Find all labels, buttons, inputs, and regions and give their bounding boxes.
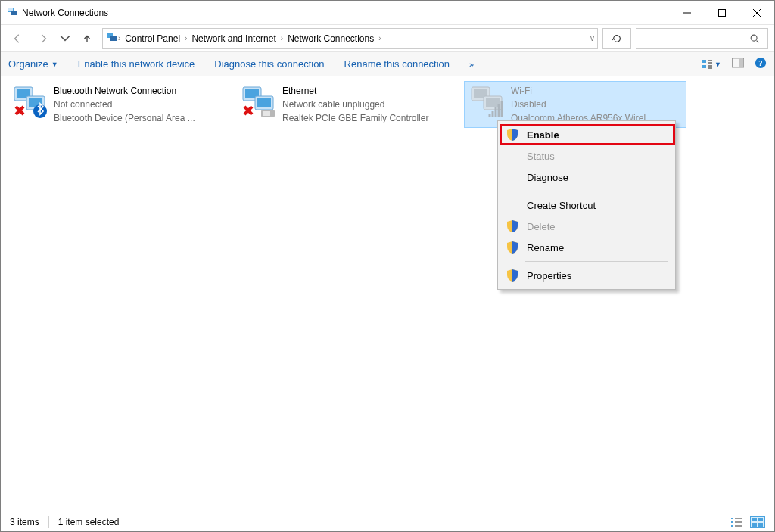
back-button[interactable]	[7, 28, 28, 49]
control-panel-icon	[106, 31, 118, 45]
connection-device: Bluetooth Device (Personal Area ...	[54, 111, 231, 125]
shield-icon	[506, 241, 519, 254]
svg-point-6	[751, 35, 757, 41]
svg-text:?: ?	[758, 59, 762, 67]
shield-icon	[506, 129, 519, 141]
svg-rect-5	[110, 36, 117, 41]
svg-rect-3	[719, 9, 726, 16]
item-count: 3 items	[10, 517, 39, 527]
ctx-rename[interactable]: Rename	[500, 237, 674, 258]
shield-icon	[506, 269, 519, 282]
context-menu: Enable Status Diagnose Create Shortcut D…	[497, 120, 676, 290]
svg-rect-36	[731, 525, 733, 527]
menu-separator	[525, 191, 668, 191]
status-bar: 3 items 1 item selected	[1, 512, 774, 531]
shield-icon	[506, 220, 519, 232]
connection-device: Realtek PCIe GBE Family Controller	[282, 111, 459, 125]
network-connections-icon	[7, 5, 19, 20]
connection-bluetooth[interactable]: Bluetooth Network Connection Not connect…	[7, 81, 235, 128]
network-adapter-icon	[468, 84, 505, 120]
help-button[interactable]: ?	[755, 57, 767, 71]
title-bar: Network Connections	[1, 1, 774, 25]
minimize-button[interactable]	[670, 1, 705, 25]
svg-rect-9	[708, 62, 712, 64]
refresh-button[interactable]	[602, 28, 631, 49]
recent-locations-button[interactable]	[58, 28, 72, 49]
svg-rect-35	[735, 521, 742, 523]
ctx-enable[interactable]: Enable	[500, 124, 674, 145]
window-frame: Network Connections › Control Panel › Ne…	[0, 0, 775, 532]
connection-name: Wi-Fi	[511, 84, 682, 98]
svg-rect-12	[708, 67, 712, 69]
ctx-properties[interactable]: Properties	[500, 265, 674, 286]
svg-rect-2	[8, 8, 13, 11]
ctx-delete: Delete	[500, 216, 674, 237]
chevron-right-icon[interactable]: ›	[378, 34, 381, 42]
connection-status: Not connected	[54, 98, 231, 111]
command-bar: Organize▼ Enable this network device Dia…	[1, 52, 774, 76]
svg-rect-7	[702, 60, 706, 63]
breadcrumb-bar[interactable]: › Control Panel › Network and Internet ›…	[102, 28, 598, 49]
svg-rect-32	[731, 518, 733, 519]
svg-rect-33	[735, 518, 742, 519]
network-adapter-icon	[240, 84, 276, 120]
connection-status: Network cable unplugged	[282, 98, 459, 111]
svg-rect-31	[486, 98, 500, 107]
svg-rect-38	[752, 518, 757, 521]
diagnose-connection-link[interactable]: Diagnose this connection	[214, 58, 324, 70]
breadcrumb-network-connections[interactable]: Network Connections	[283, 33, 378, 44]
content-area[interactable]: Bluetooth Network Connection Not connect…	[1, 76, 774, 513]
window-title: Network Connections	[19, 8, 670, 18]
svg-rect-14	[739, 58, 744, 67]
svg-rect-27	[263, 111, 270, 116]
network-adapter-icon	[11, 84, 48, 120]
close-button[interactable]	[739, 1, 774, 25]
rename-connection-link[interactable]: Rename this connection	[344, 58, 450, 70]
chevron-down-icon[interactable]: v	[590, 34, 594, 42]
ctx-create-shortcut[interactable]: Create Shortcut	[500, 194, 674, 216]
connection-status: Disabled	[511, 98, 682, 111]
address-bar-row: › Control Panel › Network and Internet ›…	[1, 25, 774, 52]
maximize-button[interactable]	[705, 1, 739, 25]
forward-button[interactable]	[33, 28, 54, 49]
up-button[interactable]	[76, 28, 98, 49]
svg-rect-37	[735, 525, 742, 527]
breadcrumb-control-panel[interactable]: Control Panel	[120, 33, 185, 44]
view-options-button[interactable]: ▼	[701, 58, 721, 70]
connection-name: Bluetooth Network Connection	[54, 84, 231, 98]
svg-rect-40	[752, 523, 757, 527]
enable-device-link[interactable]: Enable this network device	[78, 58, 195, 70]
preview-pane-button[interactable]	[732, 57, 744, 71]
svg-rect-34	[731, 521, 733, 523]
svg-rect-41	[758, 523, 763, 527]
toolbar-overflow-button[interactable]: »	[469, 60, 474, 69]
search-icon	[749, 33, 760, 44]
connection-name: Ethernet	[282, 84, 459, 98]
svg-rect-10	[702, 65, 706, 68]
details-view-button[interactable]	[729, 516, 744, 528]
svg-rect-39	[758, 518, 763, 521]
svg-rect-11	[708, 65, 712, 67]
connection-ethernet[interactable]: Ethernet Network cable unplugged Realtek…	[235, 81, 464, 128]
selection-count: 1 item selected	[58, 517, 120, 527]
ctx-diagnose[interactable]: Diagnose	[500, 166, 674, 188]
search-input[interactable]	[636, 28, 768, 49]
ctx-status: Status	[500, 145, 674, 166]
svg-rect-8	[708, 60, 712, 61]
divider	[48, 516, 49, 528]
large-icons-view-button[interactable]	[750, 516, 765, 528]
breadcrumb-network-and-internet[interactable]: Network and Internet	[187, 33, 280, 44]
menu-separator	[525, 261, 668, 262]
svg-rect-25	[257, 98, 271, 107]
organize-menu[interactable]: Organize▼	[8, 58, 58, 70]
